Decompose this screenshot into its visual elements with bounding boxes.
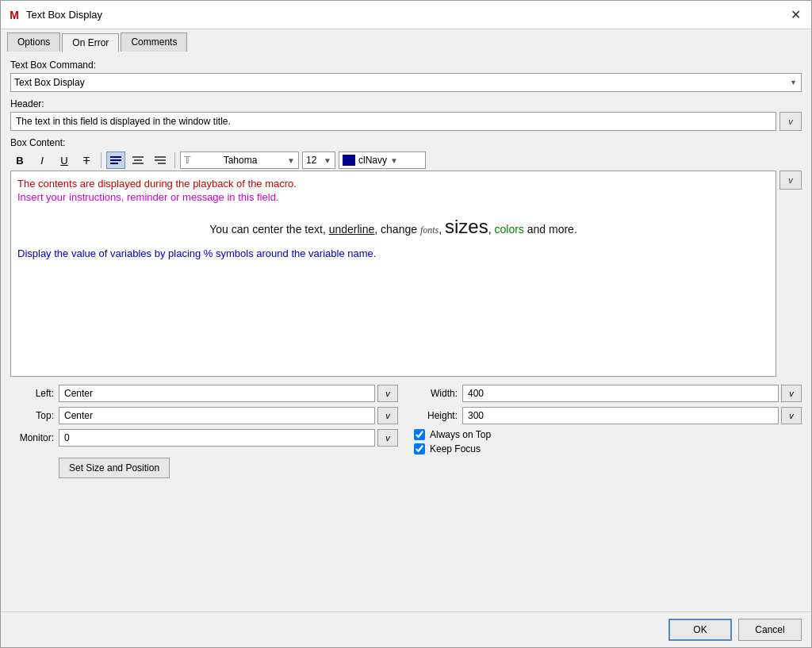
app-icon: M	[7, 8, 21, 22]
line3-colors: colors	[495, 223, 524, 236]
header-v-button[interactable]: v	[779, 112, 802, 131]
always-on-top-row: Always on Top	[414, 429, 802, 440]
font-icon: 𝕋	[184, 155, 191, 166]
size-dropdown[interactable]: 12 ▼	[302, 151, 335, 169]
tab-options[interactable]: Options	[7, 33, 60, 52]
line3-underline: underline	[329, 223, 375, 236]
cancel-button[interactable]: Cancel	[738, 619, 802, 641]
text-line-3: You can center the text, underline, chan…	[17, 216, 769, 238]
tab-bar: Options On Error Comments	[1, 29, 811, 52]
ok-button[interactable]: OK	[668, 619, 732, 641]
title-bar: M Text Box Display ✕	[1, 1, 811, 29]
height-label: Height:	[414, 410, 458, 421]
bold-button[interactable]: B	[10, 151, 29, 169]
color-name: clNavy	[358, 155, 387, 166]
line3-sizes: sizes	[445, 216, 488, 237]
monitor-label: Monitor:	[10, 432, 54, 443]
box-content-label: Box Content:	[10, 137, 802, 148]
align-center-button[interactable]	[128, 151, 147, 169]
always-on-top-checkbox[interactable]	[414, 429, 425, 440]
set-size-button[interactable]: Set Size and Position	[59, 458, 170, 478]
left-label: Left:	[10, 388, 54, 399]
header-label: Header:	[10, 98, 802, 109]
main-content: Text Box Command: Text Box Display Heade…	[1, 52, 811, 612]
line3-fonts: fonts	[420, 224, 439, 236]
textbox-command-group: Text Box Command: Text Box Display	[10, 59, 802, 92]
textbox-command-row: Text Box Display	[10, 73, 802, 92]
height-row: Height: v	[414, 407, 802, 424]
align-left-button[interactable]	[106, 151, 125, 169]
tab-comments[interactable]: Comments	[121, 33, 187, 52]
text-line-1: The contents are displayed during the pl…	[17, 178, 769, 190]
monitor-input[interactable]	[59, 429, 375, 447]
toolbar-separator-1	[101, 152, 102, 168]
formatting-toolbar: B I U T	[10, 151, 802, 169]
dialog-window: M Text Box Display ✕ Options On Error Co…	[0, 0, 812, 648]
keep-focus-row: Keep Focus	[414, 443, 802, 454]
left-row: Left: v	[10, 385, 398, 402]
position-right-column: Width: v Height: v Always on Top Keep Fo…	[414, 385, 802, 478]
box-content-group: Box Content: B I U T	[10, 137, 802, 377]
tab-on-error[interactable]: On Error	[62, 33, 119, 52]
textbox-command-select-wrapper: Text Box Display	[10, 73, 802, 92]
top-v-button[interactable]: v	[377, 407, 398, 424]
width-row: Width: v	[414, 385, 802, 402]
header-group: Header: v	[10, 98, 802, 131]
line3-mid: , change	[374, 223, 420, 236]
text-line-4: Display the value of variables by placin…	[17, 247, 769, 259]
monitor-v-button[interactable]: v	[377, 429, 398, 447]
always-on-top-label: Always on Top	[430, 429, 491, 440]
italic-button[interactable]: I	[33, 151, 52, 169]
top-label: Top:	[10, 410, 54, 421]
toolbar-separator-2	[174, 152, 175, 168]
keep-focus-checkbox[interactable]	[414, 443, 425, 454]
font-dropdown-arrow: ▼	[287, 156, 295, 165]
text-area-wrapper: The contents are displayed during the pl…	[10, 171, 802, 377]
height-v-button[interactable]: v	[781, 407, 802, 424]
monitor-row: Monitor: v	[10, 429, 398, 447]
width-label: Width:	[414, 388, 458, 399]
strikethrough-button[interactable]: T	[77, 151, 96, 169]
width-v-button[interactable]: v	[781, 385, 802, 402]
font-dropdown[interactable]: 𝕋 Tahoma ▼	[180, 151, 299, 169]
height-input[interactable]	[462, 407, 779, 424]
close-button[interactable]: ✕	[786, 6, 805, 25]
underline-button[interactable]: U	[55, 151, 74, 169]
textbox-command-label: Text Box Command:	[10, 59, 802, 71]
line3-pre: You can center the text,	[209, 223, 328, 236]
left-input[interactable]	[59, 385, 375, 402]
font-name: Tahoma	[224, 155, 258, 166]
align-right-button[interactable]	[151, 151, 170, 169]
line3-post: and more.	[524, 223, 577, 236]
size-dropdown-arrow: ▼	[324, 156, 331, 165]
top-input[interactable]	[59, 407, 375, 424]
window-title: Text Box Display	[26, 9, 102, 21]
text-area-box[interactable]: The contents are displayed during the pl…	[10, 171, 776, 377]
textbox-command-select[interactable]: Text Box Display	[10, 73, 802, 92]
color-dropdown[interactable]: clNavy ▼	[339, 151, 426, 169]
top-row: Top: v	[10, 407, 398, 424]
keep-focus-label: Keep Focus	[430, 443, 481, 454]
position-left-column: Left: v Top: v Monitor: v Set Size and P…	[10, 385, 398, 478]
color-dropdown-arrow: ▼	[390, 156, 398, 165]
width-input[interactable]	[462, 385, 779, 402]
position-section: Left: v Top: v Monitor: v Set Size and P…	[10, 385, 802, 478]
title-left: M Text Box Display	[7, 8, 102, 22]
font-size: 12	[306, 155, 316, 166]
dialog-footer: OK Cancel	[1, 612, 811, 647]
left-v-button[interactable]: v	[377, 385, 398, 402]
text-area-v-button[interactable]: v	[779, 171, 802, 190]
header-input[interactable]	[10, 112, 776, 131]
color-swatch	[343, 155, 355, 166]
header-row: v	[10, 112, 802, 131]
text-line-2: Insert your instructions, reminder or me…	[17, 191, 769, 203]
